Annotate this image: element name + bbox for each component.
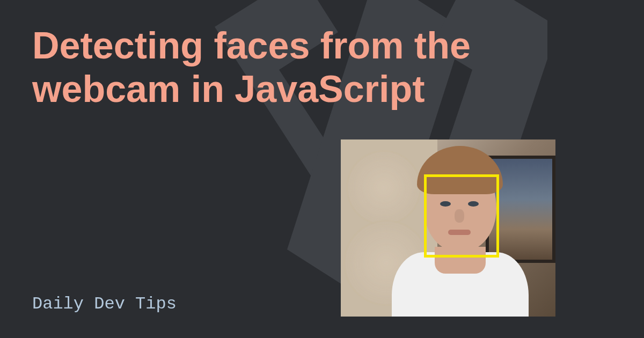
site-name: Daily Dev Tips	[32, 294, 177, 314]
face-detection-box	[424, 174, 499, 258]
webcam-preview	[341, 139, 555, 317]
decor-circle	[346, 150, 421, 225]
article-title: Detecting faces from the webcam in JavaS…	[32, 24, 612, 111]
